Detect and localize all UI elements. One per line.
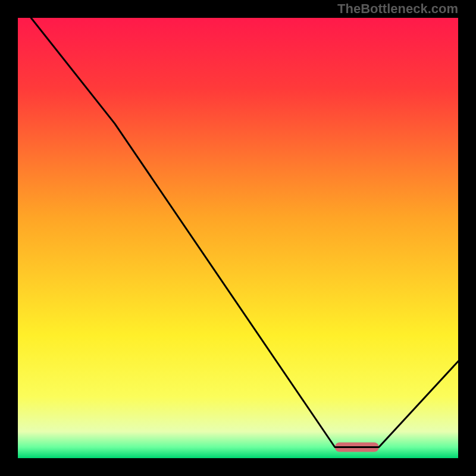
chart-frame: TheBottleneck.com <box>0 0 476 476</box>
plot-area <box>18 18 458 458</box>
chart-svg <box>18 18 458 458</box>
watermark-text: TheBottleneck.com <box>337 1 458 17</box>
